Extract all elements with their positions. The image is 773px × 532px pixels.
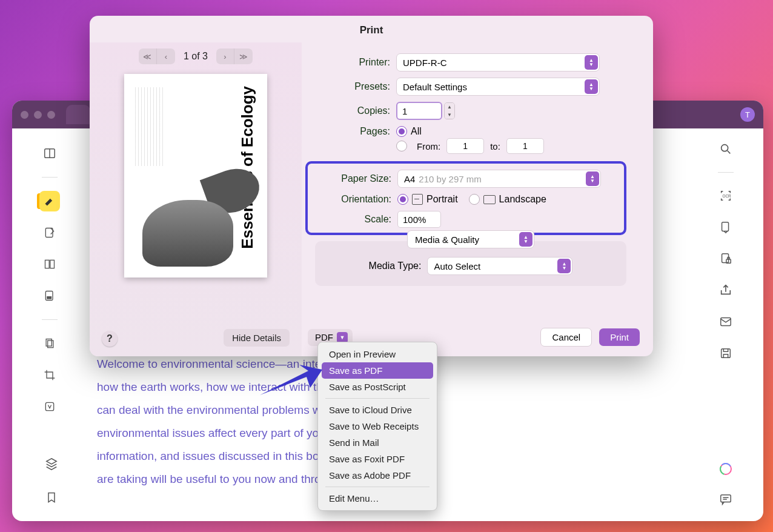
portrait-radio[interactable]: [397, 194, 408, 205]
reader-tool-icon[interactable]: [39, 143, 60, 164]
pdf-label: PDF: [315, 332, 333, 342]
redact-tool-icon[interactable]: [39, 285, 60, 306]
chevron-updown-icon: ▲▼: [557, 259, 571, 273]
menu-save-icloud[interactable]: Save to iCloud Drive: [322, 402, 433, 418]
pages-to-input[interactable]: [506, 138, 544, 154]
next-page-group[interactable]: › ≫: [216, 48, 253, 64]
search-icon[interactable]: [717, 141, 734, 158]
chevron-updown-icon: ▲▼: [585, 79, 598, 94]
ocr-tool-icon[interactable]: [39, 396, 60, 417]
menu-send-mail[interactable]: Send in Mail: [322, 434, 433, 451]
protect-icon[interactable]: [717, 250, 734, 267]
svg-point-9: [722, 145, 728, 151]
menu-open-preview[interactable]: Open in Preview: [322, 346, 433, 362]
orientation-label: Orientation:: [308, 194, 397, 205]
cancel-button[interactable]: Cancel: [540, 328, 592, 347]
svg-rect-8: [45, 402, 53, 410]
media-type-label: Media Type:: [369, 261, 422, 271]
media-quality-section: Media & Quality ▲▼ Media Type: Auto Sele…: [315, 241, 626, 286]
landscape-icon: [483, 195, 496, 204]
pages-label: Pages:: [307, 126, 396, 137]
paper-size-select[interactable]: A4 210 by 297 mm ▲▼: [397, 170, 601, 188]
mail-icon[interactable]: [717, 313, 734, 330]
page-thumbnail: Essentials of Ecology: [124, 74, 267, 278]
portrait-label: Portrait: [426, 194, 458, 205]
menu-separator: [325, 398, 430, 399]
pages-from-label: From:: [417, 141, 440, 151]
menu-save-as-postscript[interactable]: Save as PostScript: [322, 379, 433, 395]
user-avatar[interactable]: T: [740, 107, 755, 122]
scale-input[interactable]: [397, 211, 441, 228]
save-icon[interactable]: [717, 345, 734, 362]
prev-page-icon[interactable]: ‹: [157, 48, 175, 64]
scale-label: Scale:: [308, 214, 397, 225]
convert-icon[interactable]: [717, 219, 734, 236]
page-tool-icon[interactable]: [39, 333, 60, 354]
landscape-radio[interactable]: [469, 194, 480, 205]
print-button[interactable]: Print: [599, 328, 640, 346]
printer-label: Printer:: [307, 57, 396, 68]
right-toolbar: OCR: [709, 141, 743, 362]
ocr-panel-icon[interactable]: OCR: [717, 187, 734, 204]
comment-icon[interactable]: [717, 491, 734, 508]
copies-input[interactable]: [396, 102, 442, 120]
edit-tool-icon[interactable]: [39, 222, 60, 243]
menu-save-foxit[interactable]: Save as Foxit PDF: [322, 451, 433, 467]
copies-label: Copies:: [307, 105, 396, 116]
portrait-icon: [412, 194, 423, 205]
pages-all-radio[interactable]: [396, 126, 407, 137]
menu-separator: [325, 487, 430, 487]
pages-from-input[interactable]: [446, 138, 484, 154]
section-value: Media & Quality: [415, 234, 479, 245]
help-button[interactable]: ?: [102, 331, 118, 347]
paper-size-value: A4: [404, 174, 415, 184]
menu-save-adobe[interactable]: Save as Adobe PDF: [322, 467, 433, 484]
media-type-select[interactable]: Auto Select ▲▼: [427, 257, 572, 275]
bookmark-icon[interactable]: [41, 487, 62, 508]
chevron-updown-icon: ▲▼: [585, 55, 598, 70]
copies-stepper[interactable]: ▲▼: [444, 102, 455, 119]
hide-details-button[interactable]: Hide Details: [224, 329, 290, 347]
organize-tool-icon[interactable]: [39, 254, 60, 274]
last-page-icon[interactable]: ≫: [234, 48, 253, 64]
highlighted-settings-box: Paper Size: A4 210 by 297 mm ▲▼ Orientat…: [305, 161, 626, 235]
svg-rect-7: [48, 341, 53, 348]
menu-save-web-receipts[interactable]: Save to Web Receipts: [322, 418, 433, 434]
svg-rect-15: [722, 349, 731, 358]
pages-all-label: All: [411, 126, 422, 137]
svg-text:OCR: OCR: [723, 194, 732, 198]
svg-rect-19: [721, 495, 731, 502]
presets-label: Presets:: [307, 81, 396, 92]
printer-select[interactable]: UPDF-R-C ▲▼: [396, 53, 600, 71]
print-dialog: Print ≪ ‹ 1 of 3 › ≫ Essentials of Ecolo…: [90, 16, 653, 356]
share-icon[interactable]: [717, 282, 734, 299]
printer-value: UPDF-R-C: [403, 58, 447, 68]
updf-logo-icon[interactable]: [717, 461, 734, 477]
pdf-dropdown-menu: Open in Preview Save as PDF Save as Post…: [317, 342, 437, 511]
menu-save-as-pdf[interactable]: Save as PDF: [322, 362, 433, 379]
prev-page-group[interactable]: ≪ ‹: [139, 48, 175, 64]
document-tab[interactable]: [66, 105, 90, 124]
chevron-updown-icon: ▲▼: [519, 232, 532, 247]
dialog-title: Print: [90, 16, 653, 42]
svg-rect-14: [721, 318, 731, 326]
stepper-up-icon[interactable]: ▲: [445, 103, 454, 111]
section-select[interactable]: Media & Quality ▲▼: [407, 230, 534, 248]
presets-select[interactable]: Default Settings ▲▼: [396, 78, 600, 96]
next-page-icon[interactable]: ›: [216, 48, 234, 64]
presets-value: Default Settings: [403, 82, 467, 92]
paper-size-dimensions: 210 by 297 mm: [419, 174, 481, 184]
paper-size-label: Paper Size:: [308, 173, 397, 184]
stepper-down-icon[interactable]: ▼: [445, 111, 454, 119]
svg-rect-11: [722, 222, 729, 231]
media-type-value: Auto Select: [434, 261, 480, 271]
menu-edit-menu[interactable]: Edit Menu…: [322, 490, 433, 507]
first-page-icon[interactable]: ≪: [139, 48, 157, 64]
annotation-arrow-icon: [257, 359, 323, 401]
pages-range-radio[interactable]: [396, 141, 407, 151]
highlight-tool-icon[interactable]: [39, 191, 60, 211]
window-controls[interactable]: [21, 111, 55, 119]
pages-to-label: to:: [490, 141, 500, 151]
crop-tool-icon[interactable]: [39, 365, 60, 385]
layers-icon[interactable]: [41, 453, 62, 474]
